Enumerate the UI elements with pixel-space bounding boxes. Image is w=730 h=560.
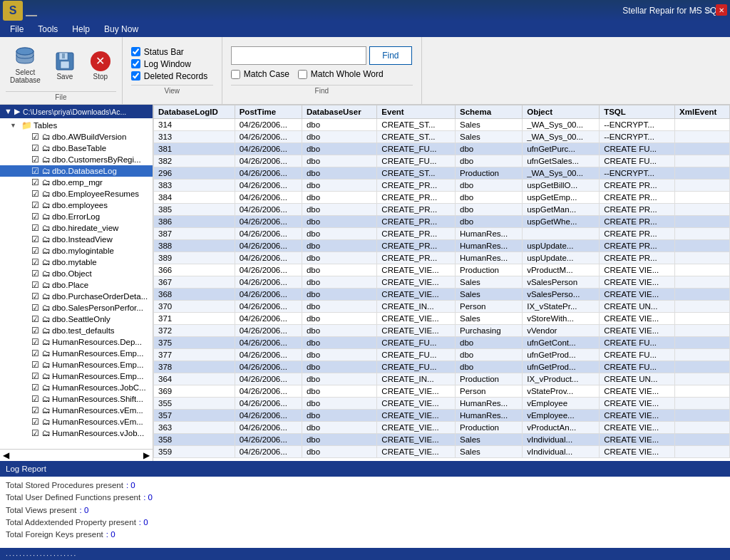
tree-item-12[interactable]: ☑🗂dbo.mytable <box>0 256 153 268</box>
tree-item-1[interactable]: ☑🗂dbo.AWBuildVersion <box>0 131 153 142</box>
tree-item-7[interactable]: ☑🗂dbo.employees <box>0 199 153 211</box>
cell-schema: Production <box>456 373 523 385</box>
cell-object: IX_vProduct... <box>523 373 600 385</box>
cell-databaselogid: 389 <box>154 252 235 264</box>
minimize-button[interactable]: ─ <box>690 4 701 16</box>
cell-object: uspGetBillO... <box>523 180 600 192</box>
table-row[interactable]: 36804/26/2006...dboCREATE_VIE...SalesvSa… <box>154 289 730 301</box>
cell-schema: Sales <box>456 446 523 458</box>
tree-item-6[interactable]: ☑🗂dbo.EmployeeResumes <box>0 188 153 199</box>
match-whole-checkbox[interactable] <box>298 70 307 79</box>
tree-item-10[interactable]: ☑🗂dbo.InsteadView <box>0 234 153 245</box>
cell-posttime: 04/26/2006... <box>235 216 302 228</box>
tree-item-3[interactable]: ☑🗂dbo.CustomersByRegi... <box>0 154 153 165</box>
status-bar-checkbox[interactable] <box>131 47 140 56</box>
log-window-checkbox[interactable] <box>131 59 140 68</box>
table-row[interactable]: 37504/26/2006...dboCREATE_FU...dboufnGet… <box>154 337 730 349</box>
scroll-left-icon[interactable]: ◀ <box>3 450 9 460</box>
tree-item-24[interactable]: ☑🗂HumanResources.Shift... <box>0 393 153 405</box>
cell-databaseuser: dbo <box>302 373 376 385</box>
table-row[interactable]: 38104/26/2006...dboCREATE_FU...dboufnGet… <box>154 143 730 155</box>
table-row[interactable]: 31304/26/2006...dboCREATE_ST...Sales_WA_… <box>154 131 730 143</box>
tree-item-22[interactable]: ☑🗂HumanResources.Emp... <box>0 370 153 382</box>
tree-item-13[interactable]: ☑🗂dbo.Object <box>0 268 153 279</box>
maximize-button[interactable]: □ <box>703 4 714 16</box>
cell-schema: Person <box>456 385 523 398</box>
menu-file[interactable]: File <box>3 23 31 36</box>
cell-event: CREATE_VIE... <box>377 422 456 434</box>
tree-item-19[interactable]: ☑🗂HumanResources.Dep... <box>0 336 153 348</box>
table-row[interactable]: 37204/26/2006...dboCREATE_VIE...Purchasi… <box>154 325 730 337</box>
table-row[interactable]: 37104/26/2006...dboCREATE_VIE...SalesvSt… <box>154 313 730 325</box>
tree-item-2[interactable]: ☑🗂dbo.BaseTable <box>0 142 153 154</box>
tree-body[interactable]: ▼📁Tables☑🗂dbo.AWBuildVersion☑🗂dbo.BaseTa… <box>0 118 153 449</box>
find-input[interactable] <box>231 46 366 65</box>
table-row[interactable]: 29604/26/2006...dboCREATE_ST...Productio… <box>154 167 730 180</box>
tree-item-25[interactable]: ☑🗂HumanResources.vEm... <box>0 405 153 416</box>
table-row[interactable]: 36904/26/2006...dboCREATE_VIE...PersonvS… <box>154 385 730 398</box>
tree-item-23[interactable]: ☑🗂HumanResources.JobC... <box>0 382 153 393</box>
menu-help[interactable]: Help <box>65 23 97 36</box>
table-row[interactable]: 38804/26/2006...dboCREATE_PR...HumanRes.… <box>154 240 730 252</box>
table-row[interactable]: 38404/26/2006...dboCREATE_PR...dbouspGet… <box>154 192 730 204</box>
cell-posttime: 04/26/2006... <box>235 373 302 385</box>
table-row[interactable]: 37804/26/2006...dboCREATE_FU...dboufnGet… <box>154 361 730 373</box>
cell-tsql: --ENCRYPT... <box>600 167 675 180</box>
data-panel[interactable]: DatabaseLogIDPostTimeDatabaseUserEventSc… <box>153 105 730 461</box>
table-row[interactable]: 35704/26/2006...dboCREATE_VIE...HumanRes… <box>154 410 730 422</box>
tree-item-5[interactable]: ☑🗂dbo.emp_mgr <box>0 177 153 188</box>
cell-schema: Sales <box>456 131 523 143</box>
tree-item-14[interactable]: ☑🗂dbo.Place <box>0 279 153 291</box>
menu-tools[interactable]: Tools <box>31 23 65 36</box>
table-row[interactable]: 36704/26/2006...dboCREATE_VIE...SalesvSa… <box>154 276 730 289</box>
table-row[interactable]: 31404/26/2006...dboCREATE_ST...Sales_WA_… <box>154 119 730 131</box>
table-row[interactable]: 37704/26/2006...dboCREATE_FU...dboufnGet… <box>154 349 730 361</box>
find-button[interactable]: Find <box>369 46 412 65</box>
cell-posttime: 04/26/2006... <box>235 385 302 398</box>
stop-button[interactable]: ✕ Stop <box>85 48 116 83</box>
tree-item-15[interactable]: ☑🗂dbo.PurchaseOrderDeta... <box>0 291 153 302</box>
deleted-records-checkbox[interactable] <box>131 71 140 81</box>
save-button[interactable]: Save <box>49 48 81 83</box>
table-row[interactable]: 35904/26/2006...dboCREATE_VIE...SalesvIn… <box>154 446 730 458</box>
tree-item-9[interactable]: ☑🗂dbo.hiredate_view <box>0 222 153 234</box>
table-row[interactable]: 35504/26/2006...dboCREATE_VIE...HumanRes… <box>154 398 730 410</box>
col-header-xmlevent: XmlEvent <box>675 105 730 119</box>
tree-item-11[interactable]: ☑🗂dbo.mylogintable <box>0 245 153 256</box>
cell-databaseuser: dbo <box>302 276 376 289</box>
table-row[interactable]: 38504/26/2006...dboCREATE_PR...dbouspGet… <box>154 204 730 216</box>
tree-item-26[interactable]: ☑🗂HumanResources.vEm... <box>0 416 153 427</box>
tree-item-8[interactable]: ☑🗂dbo.ErrorLog <box>0 211 153 222</box>
log-entry: Total Addextended Property present: 0 <box>6 517 724 529</box>
cell-posttime: 04/26/2006... <box>235 446 302 458</box>
table-row[interactable]: 38704/26/2006...dboCREATE_PR...HumanRes.… <box>154 228 730 240</box>
tree-item-17[interactable]: ☑🗂dbo.SeattleOnly <box>0 313 153 325</box>
tree-item-4[interactable]: ☑🗂dbo.DatabaseLog <box>0 165 153 177</box>
tree-item-16[interactable]: ☑🗂dbo.SalesPersonPerfor... <box>0 302 153 313</box>
cell-event: CREATE_IN... <box>377 373 456 385</box>
tree-item-18[interactable]: ☑🗂dbo.test_defaults <box>0 325 153 336</box>
tree-item-27[interactable]: ☑🗂HumanResources.vJob... <box>0 427 153 439</box>
table-row[interactable]: 38604/26/2006...dboCREATE_PR...dbouspGet… <box>154 216 730 228</box>
menu-buynow[interactable]: Buy Now <box>97 23 145 36</box>
cell-schema: HumanRes... <box>456 410 523 422</box>
tree-item-20[interactable]: ☑🗂HumanResources.Emp... <box>0 348 153 359</box>
log-entry: Total User Defined Functions present: 0 <box>6 492 724 504</box>
table-row[interactable]: 37004/26/2006...dboCREATE_IN...PersonIX_… <box>154 301 730 313</box>
table-row[interactable]: 36404/26/2006...dboCREATE_IN...Productio… <box>154 373 730 385</box>
tree-expand-icon: ▼ ▶ <box>4 107 20 116</box>
table-row[interactable]: 35804/26/2006...dboCREATE_VIE...SalesvIn… <box>154 434 730 446</box>
log-key: Total Foreign Keys present <box>6 529 103 541</box>
close-button[interactable]: ✕ <box>716 4 727 16</box>
table-row[interactable]: 38204/26/2006...dboCREATE_FU...dboufnGet… <box>154 155 730 167</box>
scroll-right-icon[interactable]: ▶ <box>143 450 150 460</box>
table-row[interactable]: 36304/26/2006...dboCREATE_VIE...Producti… <box>154 422 730 434</box>
tree-item-21[interactable]: ☑🗂HumanResources.Emp... <box>0 359 153 370</box>
table-row[interactable]: 36604/26/2006...dboCREATE_VIE...Producti… <box>154 264 730 276</box>
log-value: : 0 <box>139 517 148 529</box>
cell-databaselogid: 384 <box>154 192 235 204</box>
table-row[interactable]: 38904/26/2006...dboCREATE_PR...HumanRes.… <box>154 252 730 264</box>
table-row[interactable]: 38304/26/2006...dboCREATE_PR...dbouspGet… <box>154 180 730 192</box>
match-case-checkbox[interactable] <box>231 70 240 79</box>
select-database-button[interactable]: SelectDatabase <box>6 43 45 86</box>
